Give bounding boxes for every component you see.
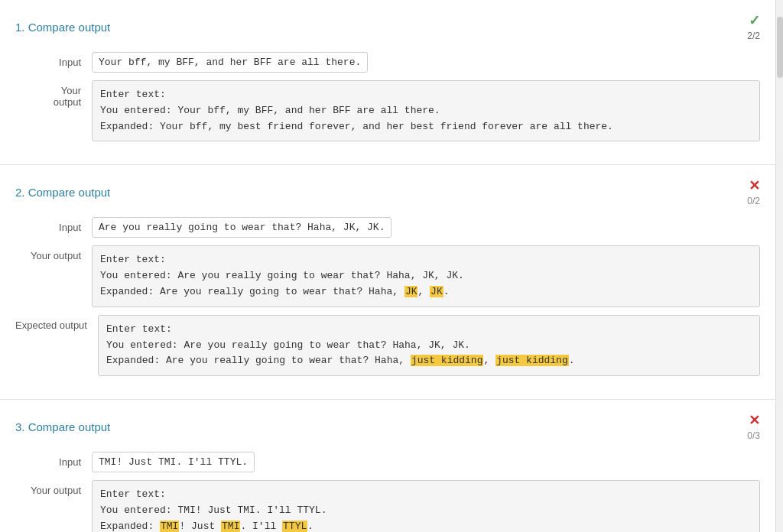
section-3-score: 0/3 xyxy=(747,430,760,441)
input-value-2: Are you really going to wear that? Haha,… xyxy=(92,217,392,238)
section-1-output-row: Your output Enter text: You entered: You… xyxy=(15,80,760,141)
section-2-your-output-row: Your output Enter text: You entered: Are… xyxy=(15,245,760,307)
highlight-just-kidding-1: just kidding xyxy=(411,355,484,366)
fail-icon-3: ✕ xyxy=(749,412,760,429)
section-2-expected-output-row: Expected output Enter text: You entered:… xyxy=(15,315,760,376)
section-3: 3. Compare output ✕ 0/3 Input TMI! Just … xyxy=(0,400,775,532)
input-value-3: TMI! Just TMI. I'll TTYL. xyxy=(92,452,255,472)
section-3-header: 3. Compare output ✕ 0/3 xyxy=(15,412,760,441)
section-3-status: ✕ 0/3 xyxy=(747,412,760,441)
section-3-your-output-row: Your output Enter text: You entered: TMI… xyxy=(15,480,760,532)
section-1-score: 2/2 xyxy=(747,31,760,41)
s2-exp-line-1: You entered: Are you really going to wea… xyxy=(106,338,752,354)
section-2-score: 0/2 xyxy=(747,196,760,206)
s2-your-line-0: Enter text: xyxy=(100,252,752,268)
section-2-header: 2. Compare output ✕ 0/2 xyxy=(15,177,760,206)
highlight-just-kidding-2: just kidding xyxy=(495,355,569,366)
section-2-expected-box: Enter text: You entered: Are you really … xyxy=(98,315,760,376)
s2-your-line-1: You entered: Are you really going to wea… xyxy=(100,268,752,284)
output-line-1: You entered: Your bff, my BFF, and her B… xyxy=(100,103,752,119)
input-label-3: Input xyxy=(15,452,92,468)
section-2-your-output-box: Enter text: You entered: Are you really … xyxy=(92,245,760,307)
your-output-label-2: Your output xyxy=(15,245,92,261)
s2-exp-line-0: Enter text: xyxy=(106,322,752,338)
input-label-2: Input xyxy=(15,217,92,233)
section-1-output-box: Enter text: You entered: Your bff, my BF… xyxy=(92,80,760,141)
section-1-input-row: Input Your bff, my BFF, and her BFF are … xyxy=(15,52,760,73)
section-3-title: 3. Compare output xyxy=(15,420,110,433)
s2-your-line-2: Expanded: Are you really going to wear t… xyxy=(100,284,752,300)
highlight-jk-2: JK xyxy=(430,286,443,297)
section-2-status: ✕ 0/2 xyxy=(747,177,760,206)
your-output-label-3: Your output xyxy=(15,480,92,496)
section-1: 1. Compare output ✓ 2/2 Input Your bff, … xyxy=(0,0,775,165)
s3-your-line-1: You entered: TMI! Just TMI. I'll TTYL. xyxy=(100,503,752,519)
output-line-2: Expanded: Your bff, my best friend forev… xyxy=(100,119,752,135)
s2-exp-line-2: Expanded: Are you really going to wear t… xyxy=(106,353,752,369)
section-2: 2. Compare output ✕ 0/2 Input Are you re… xyxy=(0,165,775,400)
section-3-your-output-box: Enter text: You entered: TMI! Just TMI. … xyxy=(92,480,760,532)
your-output-label: Your output xyxy=(15,80,92,108)
highlight-ttyl: TTYL xyxy=(282,521,307,532)
output-line-0: Enter text: xyxy=(100,87,752,103)
section-1-header: 1. Compare output ✓ 2/2 xyxy=(15,12,760,41)
input-value: Your bff, my BFF, and her BFF are all th… xyxy=(92,52,368,73)
s3-your-line-0: Enter text: xyxy=(100,487,752,503)
section-2-title: 2. Compare output xyxy=(15,186,110,199)
fail-icon-2: ✕ xyxy=(749,177,760,194)
input-label: Input xyxy=(15,52,92,68)
scrollbar[interactable] xyxy=(775,0,783,532)
pass-icon: ✓ xyxy=(749,12,760,29)
page: 1. Compare output ✓ 2/2 Input Your bff, … xyxy=(0,0,783,532)
expected-output-label-2: Expected output xyxy=(15,315,98,331)
section-3-input-row: Input TMI! Just TMI. I'll TTYL. xyxy=(15,452,760,472)
highlight-tmi-2: TMI xyxy=(221,521,240,532)
s3-your-line-2: Expanded: TMI! Just TMI. I'll TTYL. xyxy=(100,519,752,532)
section-1-title: 1. Compare output xyxy=(15,21,110,34)
scrollbar-thumb[interactable] xyxy=(777,17,783,78)
section-1-status: ✓ 2/2 xyxy=(747,12,760,41)
highlight-jk-1: JK xyxy=(404,286,418,297)
highlight-tmi-1: TMI xyxy=(160,521,179,532)
section-2-input-row: Input Are you really going to wear that?… xyxy=(15,217,760,238)
